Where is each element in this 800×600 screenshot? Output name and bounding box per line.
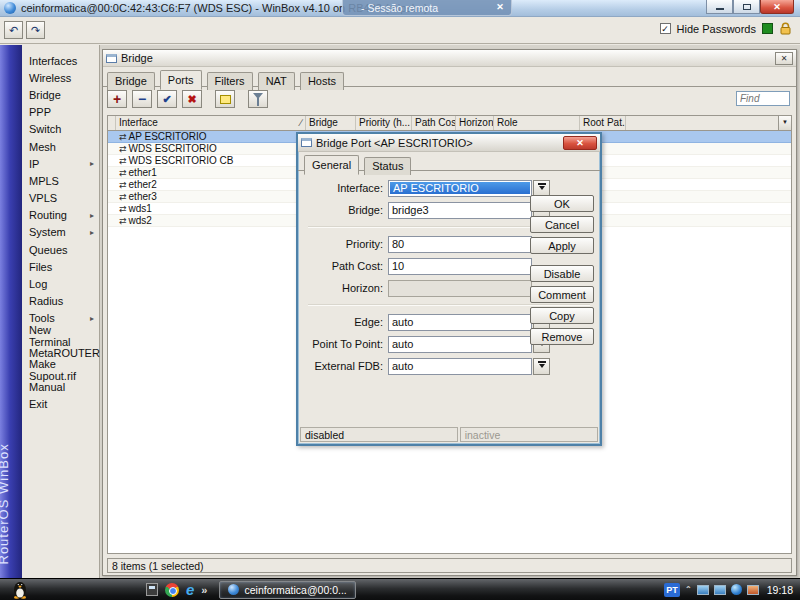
add-button[interactable]: + bbox=[107, 90, 127, 108]
interface-combobox[interactable]: AP ESCRITORIO bbox=[388, 180, 532, 197]
external-fdb-combobox[interactable]: auto bbox=[388, 358, 532, 375]
enable-button[interactable]: ✔ bbox=[157, 90, 177, 108]
alert-monitor-icon[interactable] bbox=[747, 585, 759, 595]
dropdown-icon bbox=[538, 361, 546, 371]
minimize-button[interactable] bbox=[706, 0, 733, 14]
bridge-window-caption[interactable]: Bridge ✕ bbox=[103, 50, 796, 67]
submenu-arrow-icon: ▸ bbox=[90, 314, 94, 323]
tray-expand-icon[interactable]: ⌃ bbox=[685, 585, 692, 594]
hide-passwords-checkbox[interactable]: ✓ bbox=[660, 23, 671, 34]
dialog-close-button[interactable]: ✕ bbox=[563, 136, 597, 150]
brand-label: RouterOS WinBox bbox=[0, 443, 11, 564]
sidebar-item-new-terminal[interactable]: New Terminal bbox=[22, 327, 99, 344]
sidebar-item-mpls[interactable]: MPLS bbox=[22, 172, 99, 189]
sidebar-item-interfaces[interactable]: Interfaces bbox=[22, 52, 99, 69]
sidebar-item-mesh[interactable]: Mesh bbox=[22, 138, 99, 155]
col-root-path[interactable]: Root Pat... bbox=[580, 116, 626, 130]
point-to-point-combobox[interactable]: auto bbox=[388, 336, 532, 353]
submenu-arrow-icon: ▸ bbox=[90, 159, 94, 168]
comment-button[interactable] bbox=[215, 90, 235, 108]
dialog-caption[interactable]: Bridge Port <AP ESCRITORIO> ✕ bbox=[298, 134, 600, 152]
winbox-taskbar-button[interactable]: ceinformatica@00:0... bbox=[219, 581, 355, 599]
winbox-app-icon bbox=[4, 2, 16, 14]
comment-note-icon bbox=[220, 95, 231, 104]
sidebar-item-exit[interactable]: Exit bbox=[22, 396, 99, 413]
sidebar-item-ip[interactable]: IP ▸ bbox=[22, 155, 99, 172]
undo-button[interactable]: ↶ bbox=[4, 21, 23, 39]
window-controls: ✕ bbox=[706, 0, 794, 14]
priority-input[interactable]: 80 bbox=[388, 236, 532, 253]
col-path-cost[interactable]: Path Cost bbox=[412, 116, 456, 130]
disable-port-button[interactable]: Disable bbox=[530, 265, 594, 282]
submenu-arrow-icon: ▸ bbox=[90, 211, 94, 220]
dialog-tabs: General Status bbox=[298, 152, 600, 171]
add-icon: + bbox=[113, 91, 121, 107]
internet-explorer-icon[interactable]: e bbox=[186, 583, 194, 597]
remove-button[interactable]: Remove bbox=[530, 328, 594, 345]
edge-combobox[interactable]: auto bbox=[388, 314, 532, 331]
start-tux-icon[interactable] bbox=[12, 580, 28, 599]
bridge-combobox[interactable]: bridge3 bbox=[388, 202, 532, 219]
language-indicator[interactable]: PT bbox=[664, 583, 680, 597]
find-input[interactable] bbox=[736, 91, 790, 106]
col-horizon[interactable]: Horizon bbox=[456, 116, 494, 130]
brand-strip: RouterOS WinBox bbox=[0, 45, 22, 578]
network-monitor-icon[interactable] bbox=[697, 585, 709, 595]
dialog-status-bar: disabled inactive bbox=[300, 427, 598, 442]
bridge-window-close-button[interactable]: ✕ bbox=[775, 52, 793, 65]
sidebar-item-ppp[interactable]: PPP bbox=[22, 104, 99, 121]
maximize-button[interactable] bbox=[733, 0, 760, 14]
remove-from-list-button[interactable]: − bbox=[132, 90, 152, 108]
bridge-tabs: Bridge Ports Filters NAT Hosts bbox=[103, 67, 796, 87]
bridge-label: Bridge: bbox=[304, 204, 388, 216]
col-bridge[interactable]: Bridge bbox=[306, 116, 356, 130]
redo-button[interactable]: ↷ bbox=[26, 21, 45, 39]
status-disabled: disabled bbox=[300, 427, 458, 442]
sidebar-item-routing[interactable]: Routing ▸ bbox=[22, 207, 99, 224]
sidebar-item-log[interactable]: Log bbox=[22, 275, 99, 292]
sidebar-item-queues[interactable]: Queues bbox=[22, 241, 99, 258]
sidebar-item-make-supout-rif[interactable]: Make Supout.rif bbox=[22, 361, 99, 378]
col-interface[interactable]: Interface∕ bbox=[116, 116, 306, 130]
sidebar-item-radius[interactable]: Radius bbox=[22, 293, 99, 310]
window-icon bbox=[301, 138, 312, 147]
table-header[interactable]: Interface∕ Bridge Priority (h... Path Co… bbox=[108, 116, 791, 131]
col-role[interactable]: Role bbox=[494, 116, 580, 130]
close-button[interactable]: ✕ bbox=[760, 0, 794, 14]
sidebar-item-switch[interactable]: Switch bbox=[22, 121, 99, 138]
path-cost-input[interactable]: 10 bbox=[388, 258, 532, 275]
comment-port-button[interactable]: Comment bbox=[530, 286, 594, 303]
terminal-app-icon[interactable] bbox=[146, 583, 158, 596]
horizon-label: Horizon: bbox=[304, 282, 388, 294]
interface-icon: ⇄ bbox=[119, 204, 127, 214]
sidebar-item-bridge[interactable]: Bridge bbox=[22, 86, 99, 103]
external-fdb-dropdown-button[interactable] bbox=[533, 358, 550, 375]
horizon-input[interactable] bbox=[388, 280, 532, 297]
title-bar[interactable]: ceinformatica@00:0C:42:43:C6:F7 (WDS ESC… bbox=[0, 0, 800, 17]
remote-session-close-icon[interactable]: ✕ bbox=[493, 2, 507, 13]
network-monitor-icon[interactable] bbox=[714, 585, 726, 595]
interface-dropdown-button[interactable] bbox=[533, 180, 550, 197]
apply-button[interactable]: Apply bbox=[530, 237, 594, 254]
priority-label: Priority: bbox=[304, 238, 388, 250]
cancel-button[interactable]: Cancel bbox=[530, 216, 594, 233]
sidebar-item-files[interactable]: Files bbox=[22, 258, 99, 275]
sidebar-item-wireless[interactable]: Wireless bbox=[22, 69, 99, 86]
filter-button[interactable] bbox=[248, 90, 268, 108]
column-chooser-button[interactable]: ▼ bbox=[778, 116, 791, 130]
chrome-icon[interactable] bbox=[165, 583, 179, 597]
copy-button[interactable]: Copy bbox=[530, 307, 594, 324]
disable-button[interactable]: ✖ bbox=[182, 90, 202, 108]
sidebar-item-system[interactable]: System ▸ bbox=[22, 224, 99, 241]
network-globe-icon[interactable] bbox=[731, 584, 742, 595]
window-icon bbox=[106, 54, 117, 63]
point-to-point-label: Point To Point: bbox=[304, 338, 388, 350]
overflow-chevron-icon[interactable]: » bbox=[201, 584, 207, 596]
edge-label: Edge: bbox=[304, 316, 388, 328]
app-toolbar: ↶ ↷ ✓ Hide Passwords bbox=[0, 17, 800, 44]
cell-interface: WDS ESCRITORIO bbox=[129, 143, 217, 154]
sidebar-item-vpls[interactable]: VPLS bbox=[22, 190, 99, 207]
col-priority[interactable]: Priority (h... bbox=[356, 116, 412, 130]
ok-button[interactable]: OK bbox=[530, 195, 594, 212]
mdi-area: Bridge ✕ Bridge Ports Filters NAT Hosts … bbox=[100, 45, 800, 578]
